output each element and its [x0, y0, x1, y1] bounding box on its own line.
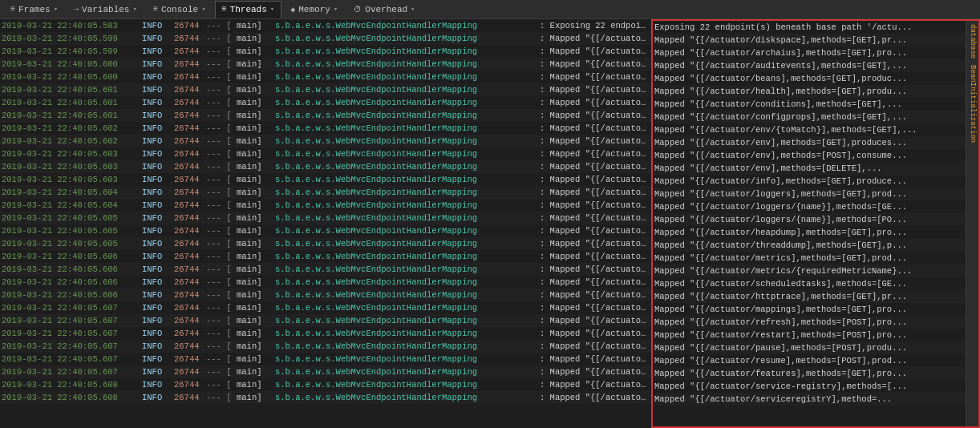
right-panel-row[interactable]: Mapped "{[/actuator/httptrace],methods=[…: [653, 290, 978, 303]
log-panel[interactable]: 2019-03-21 22:40:05.583 INFO 26744 --- […: [0, 19, 651, 428]
log-row[interactable]: 2019-03-21 22:40:05.602 INFO 26744 --- […: [0, 135, 651, 147]
log-row[interactable]: 2019-03-21 22:40:05.607 INFO 26744 --- […: [0, 327, 651, 340]
tab-frames[interactable]: ≡ Frames ▾: [3, 1, 65, 18]
log-row[interactable]: 2019-03-21 22:40:05.607 INFO 26744 --- […: [0, 340, 651, 353]
log-row[interactable]: 2019-03-21 22:40:05.600 INFO 26744 --- […: [0, 58, 651, 71]
log-row[interactable]: 2019-03-21 22:40:05.608 INFO 26744 --- […: [0, 378, 651, 391]
log-row[interactable]: 2019-03-21 22:40:05.600 INFO 26744 --- […: [0, 71, 651, 83]
log-logger: s.b.a.e.w.s.WebMvcEndpointHandlerMapping: [275, 46, 540, 56]
log-level: INFO: [142, 316, 174, 325]
right-panel-row[interactable]: Mapped "{[/actuator/serviceregistrY],met…: [653, 393, 978, 406]
right-panel-row[interactable]: Exposing 22 endpoint(s) beneath base pat…: [653, 21, 978, 34]
tab-threads[interactable]: ≡ Threads ▾: [215, 1, 282, 18]
right-panel-row[interactable]: Mapped "{[/actuator/env],methods=[DELETE…: [653, 162, 978, 175]
log-row[interactable]: 2019-03-21 22:40:05.599 INFO 26744 --- […: [0, 45, 651, 58]
log-row[interactable]: 2019-03-21 22:40:05.599 INFO 26744 --- […: [0, 32, 651, 45]
log-thread: main]: [237, 149, 275, 159]
log-level: INFO: [142, 329, 174, 338]
right-panel-row[interactable]: Mapped "{[/actuator/restart],methods=[PO…: [653, 329, 978, 341]
right-panel-row[interactable]: Mapped "{[/actuator/env],methods=[POST],…: [653, 149, 978, 162]
right-panel-row[interactable]: Mapped "{[/actuator/metrics],methods=[GE…: [653, 252, 978, 264]
log-level: INFO: [142, 303, 174, 313]
log-level: INFO: [142, 111, 174, 120]
log-sep: --- [: [206, 264, 237, 274]
right-panel-row[interactable]: Mapped "{[/actuator/threaddump],methods=…: [653, 239, 978, 252]
log-row[interactable]: 2019-03-21 22:40:05.605 INFO 26744 --- […: [0, 224, 651, 237]
tab-memory[interactable]: ◈ Memory ▾: [283, 1, 345, 18]
log-row[interactable]: 2019-03-21 22:40:05.602 INFO 26744 --- […: [0, 122, 651, 135]
log-level: INFO: [142, 175, 174, 184]
right-panel-row[interactable]: Mapped "{[/actuator/service-registry],me…: [653, 380, 978, 393]
log-row[interactable]: 2019-03-21 22:40:05.604 INFO 26744 --- […: [0, 186, 651, 199]
right-panel-row[interactable]: Mapped "{[/actuator/metrics/{requiredMet…: [653, 264, 978, 277]
right-panel-row[interactable]: Mapped "{[/actuator/info],methods=[GET],…: [653, 175, 978, 188]
right-panel-row[interactable]: Mapped "{[/actuator/pause],methods=[POST…: [653, 341, 978, 354]
right-panel-row[interactable]: Mapped "{[/actuator/archaius],methods=[G…: [653, 46, 978, 59]
tab-overhead[interactable]: ⏱ Overhead ▾: [346, 1, 422, 18]
tab-variables[interactable]: → Variables ▾: [67, 1, 144, 18]
right-panel-row[interactable]: Mapped "{[/actuator/heapdump],methods=[G…: [653, 226, 978, 239]
log-timestamp: 2019-03-21 22:40:05.607: [2, 329, 142, 338]
log-sep: --- [: [206, 34, 237, 43]
right-panel-row[interactable]: Mapped "{[/actuator/health],methods=[GET…: [653, 85, 978, 98]
log-sep: --- [: [206, 393, 237, 402]
log-thread: main]: [237, 380, 275, 390]
log-row[interactable]: 2019-03-21 22:40:05.601 INFO 26744 --- […: [0, 109, 651, 122]
log-row[interactable]: 2019-03-21 22:40:05.604 INFO 26744 --- […: [0, 199, 651, 212]
right-panel-row[interactable]: Mapped "{[/actuator/beans],methods=[GET]…: [653, 72, 978, 85]
right-panel-row[interactable]: Mapped "{[/actuator/mappings],methods=[G…: [653, 303, 978, 316]
log-logger: s.b.a.e.w.s.WebMvcEndpointHandlerMapping: [275, 162, 540, 172]
log-logger: s.b.a.e.w.s.WebMvcEndpointHandlerMapping: [275, 354, 540, 364]
log-row[interactable]: 2019-03-21 22:40:05.601 INFO 26744 --- […: [0, 83, 651, 96]
right-panel-message: Mapped "{[/actuator/heapdump],methods=[G…: [654, 228, 921, 237]
right-panel-row[interactable]: Mapped "{[/actuator/loggers/{name}],meth…: [653, 213, 978, 226]
right-panel-row[interactable]: Mapped "{[/actuator/env/{toMatch}],metho…: [653, 123, 978, 136]
log-row[interactable]: 2019-03-21 22:40:05.607 INFO 26744 --- […: [0, 301, 651, 314]
right-panel-row[interactable]: Mapped "{[/actuator/conditions],methods=…: [653, 98, 978, 111]
log-row[interactable]: 2019-03-21 22:40:05.605 INFO 26744 --- […: [0, 237, 651, 250]
log-message: : Mapped "{[/actuator/env],methods=[GET]…: [540, 136, 650, 146]
log-timestamp: 2019-03-21 22:40:05.599: [2, 46, 142, 56]
log-row[interactable]: 2019-03-21 22:40:05.606 INFO 26744 --- […: [0, 250, 651, 263]
log-row[interactable]: 2019-03-21 22:40:05.605 INFO 26744 --- […: [0, 212, 651, 224]
right-panel-row[interactable]: Mapped "{[/actuator/refresh],methods=[PO…: [653, 316, 978, 329]
log-row[interactable]: 2019-03-21 22:40:05.607 INFO 26744 --- […: [0, 314, 651, 327]
right-panel-row[interactable]: Mapped "{[/actuator/resume],methods=[POS…: [653, 354, 978, 367]
log-row[interactable]: 2019-03-21 22:40:05.606 INFO 26744 --- […: [0, 276, 651, 289]
log-row[interactable]: 2019-03-21 22:40:05.603 INFO 26744 --- […: [0, 173, 651, 186]
log-thread: main]: [237, 46, 275, 56]
right-panel-row[interactable]: Mapped "{[/actuator/loggers/{name}],meth…: [653, 200, 978, 213]
side-label-database[interactable]: database: [968, 21, 978, 62]
log-logger: s.b.a.e.w.s.WebMvcEndpointHandlerMapping: [275, 252, 540, 261]
tab-console[interactable]: ≡ Console ▾: [146, 1, 213, 18]
log-message: : Mapped "{[/actuator/metrics/{requiredM…: [540, 264, 650, 274]
log-row[interactable]: 2019-03-21 22:40:05.583 INFO 26744 --- […: [0, 19, 651, 32]
side-label-bean[interactable]: BeanInitialization: [968, 62, 978, 146]
right-panel-row[interactable]: Mapped "{[/actuator/configprops],methods…: [653, 111, 978, 123]
right-panel-row[interactable]: Mapped "{[/actuator/scheduledtasks],meth…: [653, 277, 978, 290]
log-pid: 26744: [174, 264, 206, 274]
right-panel-row[interactable]: Mapped "{[/actuator/diskspace],methods=[…: [653, 34, 978, 46]
right-panel[interactable]: Exposing 22 endpoint(s) beneath base pat…: [651, 19, 980, 428]
log-logger: s.b.a.e.w.s.WebMvcEndpointHandlerMapping: [275, 367, 540, 377]
right-panel-message: Mapped "{[/actuator/restart],methods=[PO…: [654, 330, 921, 340]
log-timestamp: 2019-03-21 22:40:05.602: [2, 123, 142, 133]
log-row[interactable]: 2019-03-21 22:40:05.606 INFO 26744 --- […: [0, 263, 651, 276]
log-message: : Mapped "{[/actuator/auditevents],metho…: [540, 59, 650, 69]
log-row[interactable]: 2019-03-21 22:40:05.603 INFO 26744 --- […: [0, 147, 651, 160]
log-logger: s.b.a.e.w.s.WebMvcEndpointHandlerMapping: [275, 290, 540, 300]
log-row[interactable]: 2019-03-21 22:40:05.603 INFO 26744 --- […: [0, 160, 651, 173]
log-row[interactable]: 2019-03-21 22:40:05.601 INFO 26744 --- […: [0, 96, 651, 109]
log-logger: s.b.a.e.w.s.WebMvcEndpointHandlerMapping: [275, 213, 540, 223]
log-message: : Mapped "{[/actuator/env],methods=[POST…: [540, 149, 650, 159]
log-row[interactable]: 2019-03-21 22:40:05.607 INFO 26744 --- […: [0, 365, 651, 378]
log-timestamp: 2019-03-21 22:40:05.606: [2, 264, 142, 274]
right-panel-row[interactable]: Mapped "{[/actuator/auditevents],methods…: [653, 59, 978, 72]
right-panel-row[interactable]: Mapped "{[/actuator/loggers],methods=[GE…: [653, 188, 978, 200]
log-row[interactable]: 2019-03-21 22:40:05.607 INFO 26744 --- […: [0, 353, 651, 365]
log-timestamp: 2019-03-21 22:40:05.601: [2, 111, 142, 120]
right-panel-row[interactable]: Mapped "{[/actuator/env],methods=[GET],p…: [653, 136, 978, 149]
log-row[interactable]: 2019-03-21 22:40:05.606 INFO 26744 --- […: [0, 289, 651, 301]
log-row[interactable]: 2019-03-21 22:40:05.608 INFO 26744 --- […: [0, 391, 651, 404]
right-panel-row[interactable]: Mapped "{[/actuator/features],methods=[G…: [653, 367, 978, 380]
